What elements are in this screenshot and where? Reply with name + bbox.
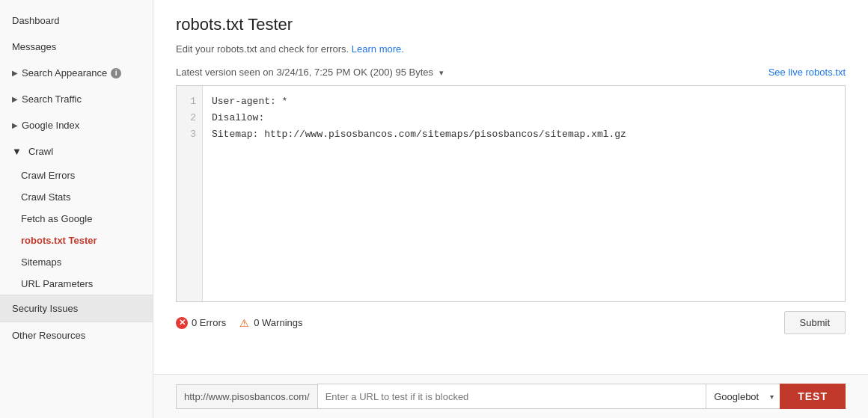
sitemaps-label: Sitemaps	[21, 256, 61, 268]
line-numbers: 1 2 3	[177, 86, 203, 301]
warning-badge: ⚠ 0 Warnings	[238, 317, 302, 329]
url-prefix: http://www.pisosbancos.com/	[176, 384, 317, 409]
version-text: Latest version seen on 3/24/16, 7:25 PM …	[176, 67, 433, 78]
warnings-count: 0 Warnings	[254, 317, 302, 328]
code-line-2: Disallow:	[212, 112, 264, 123]
sidebar-item-search-appearance-label: Search Appearance	[22, 67, 107, 79]
security-issues-label: Security Issues	[12, 303, 78, 314]
robots-txt-tester-label: robots.txt Tester	[21, 235, 97, 246]
sidebar-item-dashboard-label: Dashboard	[12, 15, 60, 26]
url-test-input[interactable]	[317, 384, 706, 409]
error-badge: ✕ 0 Errors	[176, 317, 226, 329]
crawl-errors-label: Crawl Errors	[21, 170, 75, 181]
sidebar-item-other-resources[interactable]: Other Resources	[0, 322, 153, 348]
chevron-right-icon: ▶	[12, 95, 18, 103]
info-icon: i	[111, 68, 121, 79]
chevron-right-icon: ▶	[12, 121, 18, 129]
code-content[interactable]: User-agent: * Disallow: Sitemap: http://…	[203, 86, 845, 301]
warning-icon: ⚠	[238, 317, 250, 329]
status-bar: ✕ 0 Errors ⚠ 0 Warnings Submit	[176, 302, 846, 340]
chevron-down-icon: ▼	[12, 146, 22, 157]
url-test-bar: http://www.pisosbancos.com/ Googlebot ▾ …	[153, 374, 868, 418]
sidebar-item-security-issues[interactable]: Security Issues	[0, 295, 153, 322]
googlebot-select-wrapper: Googlebot ▾	[706, 384, 780, 409]
sidebar: Dashboard Messages ▶ Search Appearance i…	[0, 0, 153, 418]
page-title: robots.txt Tester	[176, 15, 846, 34]
googlebot-select[interactable]: Googlebot	[706, 384, 780, 409]
sidebar-item-search-appearance[interactable]: ▶ Search Appearance i	[0, 60, 153, 86]
code-editor[interactable]: 1 2 3 User-agent: * Disallow: Sitemap: h…	[176, 85, 846, 302]
sidebar-item-crawl[interactable]: ▼ Crawl	[0, 138, 153, 165]
crawl-stats-label: Crawl Stats	[21, 191, 70, 203]
sidebar-item-google-index-label: Google Index	[22, 120, 79, 131]
fetch-as-google-label: Fetch as Google	[21, 213, 92, 224]
sidebar-item-crawl-errors[interactable]: Crawl Errors	[0, 165, 153, 186]
line-number-3: 3	[183, 126, 196, 143]
learn-more-link[interactable]: Learn more.	[352, 43, 404, 55]
code-line-3: Sitemap: http://www.pisosbancos.com/site…	[212, 129, 626, 140]
sidebar-item-url-parameters[interactable]: URL Parameters	[0, 273, 153, 295]
main-content: robots.txt Tester Edit your robots.txt a…	[153, 0, 868, 418]
sidebar-item-fetch-as-google[interactable]: Fetch as Google	[0, 208, 153, 230]
crawl-sub-items: Crawl Errors Crawl Stats Fetch as Google…	[0, 165, 153, 295]
error-icon: ✕	[176, 317, 188, 329]
sidebar-item-dashboard[interactable]: Dashboard	[0, 7, 153, 34]
version-bar: Latest version seen on 3/24/16, 7:25 PM …	[176, 67, 846, 78]
sidebar-item-messages-label: Messages	[12, 41, 56, 52]
chevron-right-icon: ▶	[12, 69, 18, 77]
code-line-1: User-agent: *	[212, 96, 287, 107]
other-resources-label: Other Resources	[12, 330, 85, 341]
sidebar-item-robots-txt-tester[interactable]: robots.txt Tester	[0, 230, 153, 251]
errors-count: 0 Errors	[192, 317, 226, 328]
sidebar-item-crawl-label: Crawl	[28, 146, 53, 157]
main-inner: robots.txt Tester Edit your robots.txt a…	[153, 0, 868, 374]
status-left: ✕ 0 Errors ⚠ 0 Warnings	[176, 317, 303, 329]
version-label[interactable]: Latest version seen on 3/24/16, 7:25 PM …	[176, 67, 444, 78]
sidebar-item-messages[interactable]: Messages	[0, 34, 153, 60]
test-button[interactable]: TEST	[780, 384, 846, 409]
subtitle-text: Edit your robots.txt and check for error…	[176, 43, 349, 55]
sidebar-item-sitemaps[interactable]: Sitemaps	[0, 251, 153, 273]
sidebar-item-search-traffic-label: Search Traffic	[22, 93, 82, 105]
see-live-link[interactable]: See live robots.txt	[768, 67, 846, 78]
sidebar-item-search-traffic[interactable]: ▶ Search Traffic	[0, 86, 153, 112]
line-number-1: 1	[183, 93, 196, 110]
url-parameters-label: URL Parameters	[21, 278, 93, 289]
dropdown-arrow-icon: ▾	[439, 68, 444, 77]
sidebar-item-crawl-stats[interactable]: Crawl Stats	[0, 186, 153, 208]
line-number-2: 2	[183, 110, 196, 126]
subtitle: Edit your robots.txt and check for error…	[176, 43, 846, 55]
submit-button[interactable]: Submit	[784, 311, 846, 334]
sidebar-item-google-index[interactable]: ▶ Google Index	[0, 112, 153, 138]
